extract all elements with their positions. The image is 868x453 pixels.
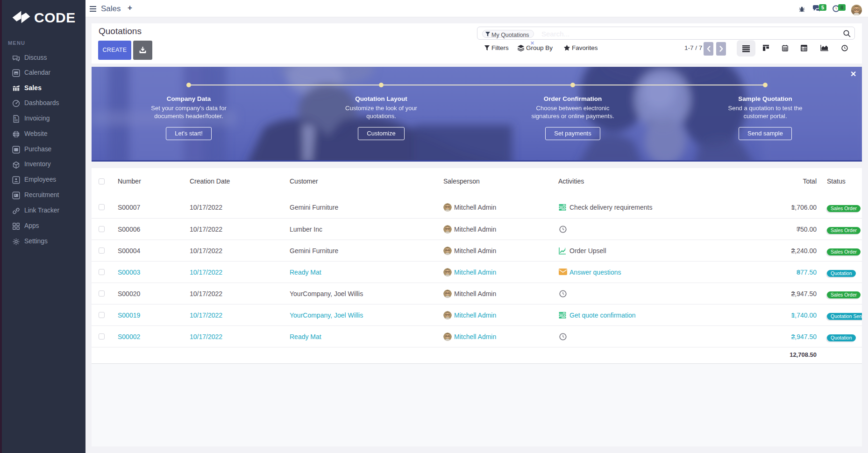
svg-text:$: $ [14,116,16,119]
